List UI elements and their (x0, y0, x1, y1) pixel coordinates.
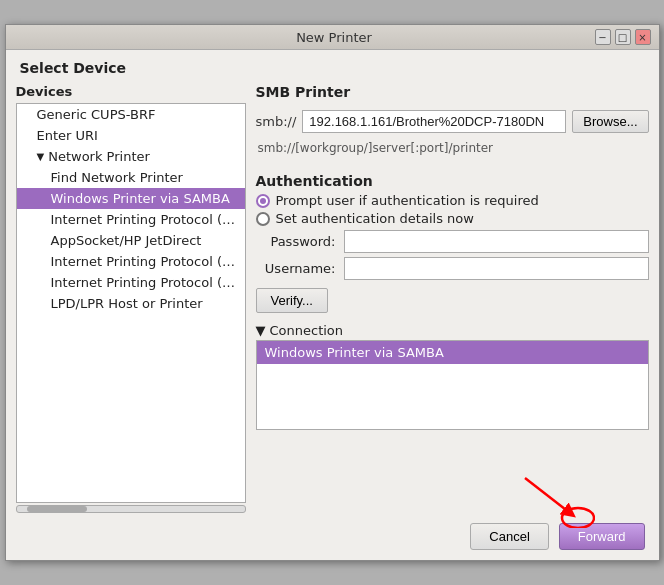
main-area: Devices Generic CUPS-BRF Enter URI ▼ Net… (6, 80, 659, 513)
device-item-enter-uri[interactable]: Enter URI (17, 125, 245, 146)
minimize-button[interactable]: − (595, 29, 611, 45)
select-device-heading: Select Device (6, 50, 659, 80)
connection-section: ▼ Connection Windows Printer via SAMBA (256, 323, 649, 430)
connection-label: Connection (270, 323, 344, 338)
device-item-windows-samba[interactable]: Windows Printer via SAMBA (17, 188, 245, 209)
smb-printer-heading: SMB Printer (256, 84, 649, 100)
cancel-button[interactable]: Cancel (470, 523, 548, 550)
footer: Cancel Forward (6, 513, 659, 560)
smb-prefix-label: smb:// (256, 114, 297, 129)
radio-set-row[interactable]: Set authentication details now (256, 211, 649, 226)
smb-row: smb:// Browse... (256, 110, 649, 133)
device-item-network-printer[interactable]: ▼ Network Printer (17, 146, 245, 167)
expand-triangle-icon: ▼ (37, 151, 45, 162)
window-controls: − □ × (595, 29, 651, 45)
left-panel: Devices Generic CUPS-BRF Enter URI ▼ Net… (16, 80, 246, 513)
window-title: New Printer (74, 30, 595, 45)
radio-prompt-icon[interactable] (256, 194, 270, 208)
connection-header: ▼ Connection (256, 323, 649, 338)
right-panel: SMB Printer smb:// Browse... smb://[work… (256, 80, 649, 513)
device-list[interactable]: Generic CUPS-BRF Enter URI ▼ Network Pri… (16, 103, 246, 503)
close-button[interactable]: × (635, 29, 651, 45)
username-row: Username: (256, 257, 649, 280)
username-label: Username: (256, 261, 336, 276)
verify-button[interactable]: Verify... (256, 288, 328, 313)
list-scrollbar[interactable] (16, 505, 246, 513)
radio-prompt-label: Prompt user if authentication is require… (276, 193, 539, 208)
auth-heading: Authentication (256, 173, 649, 189)
device-item-lpd[interactable]: LPD/LPR Host or Printer (17, 293, 245, 314)
browse-button[interactable]: Browse... (572, 110, 648, 133)
devices-heading: Devices (16, 80, 246, 103)
device-item-generic-cups[interactable]: Generic CUPS-BRF (17, 104, 245, 125)
connection-triangle-icon: ▼ (256, 323, 266, 338)
maximize-button[interactable]: □ (615, 29, 631, 45)
device-item-appsocket[interactable]: AppSocket/HP JetDirect (17, 230, 245, 251)
device-item-http[interactable]: Internet Printing Protocol (http) (17, 272, 245, 293)
smb-hint-text: smb://[workgroup/]server[:port]/printer (258, 141, 649, 155)
main-window: New Printer − □ × Select Device Devices … (5, 24, 660, 561)
radio-prompt-row[interactable]: Prompt user if authentication is require… (256, 193, 649, 208)
list-scrollbar-thumb (27, 506, 87, 512)
username-input[interactable] (344, 257, 649, 280)
dialog-content: Select Device Devices Generic CUPS-BRF E… (6, 50, 659, 560)
network-printer-label: Network Printer (48, 149, 150, 164)
password-label: Password: (256, 234, 336, 249)
forward-button[interactable]: Forward (559, 523, 645, 550)
titlebar: New Printer − □ × (6, 25, 659, 50)
password-row: Password: (256, 230, 649, 253)
radio-set-icon[interactable] (256, 212, 270, 226)
device-item-ipps[interactable]: Internet Printing Protocol (ipps) (17, 251, 245, 272)
connection-list[interactable]: Windows Printer via SAMBA (256, 340, 649, 430)
connection-item-windows-samba[interactable]: Windows Printer via SAMBA (257, 341, 648, 364)
auth-section: Authentication Prompt user if authentica… (256, 169, 649, 313)
password-input[interactable] (344, 230, 649, 253)
device-item-ipp[interactable]: Internet Printing Protocol (ipp) (17, 209, 245, 230)
device-item-find-network[interactable]: Find Network Printer (17, 167, 245, 188)
radio-set-label: Set authentication details now (276, 211, 474, 226)
smb-address-input[interactable] (302, 110, 566, 133)
